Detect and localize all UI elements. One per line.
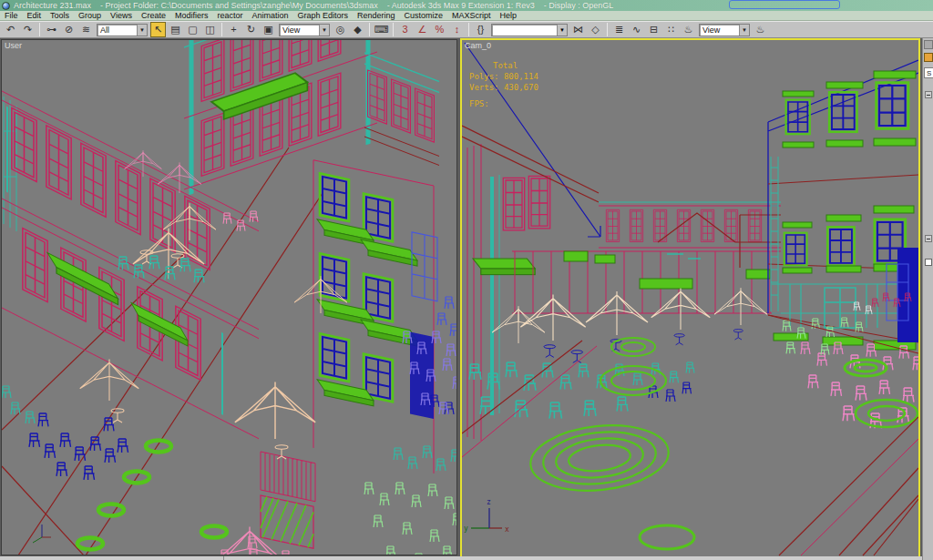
create-geometry-button-partial[interactable] <box>924 53 933 62</box>
select-and-rotate-icon[interactable]: ↻ <box>243 22 259 37</box>
menu-reactor[interactable]: reactor <box>212 11 247 21</box>
render-scene-icon[interactable]: ♨ <box>681 22 696 37</box>
select-and-link-icon[interactable]: ⊶ <box>44 22 59 37</box>
redo-icon[interactable]: ↷ <box>20 22 36 37</box>
menu-help[interactable]: Help <box>496 11 522 21</box>
stats-total: Total <box>493 60 538 71</box>
mirror-icon[interactable]: ⋈ <box>570 22 586 37</box>
viewport-user[interactable]: User <box>1 39 457 555</box>
named-selection-field[interactable]: ▼ <box>491 24 568 36</box>
stats-verts: Verts: 430,670 <box>469 82 538 93</box>
menu-edit[interactable]: Edit <box>23 11 46 21</box>
window-crossing-icon[interactable]: ◫ <box>202 22 218 37</box>
selection-filter-dropdown[interactable]: All▼ <box>97 24 148 36</box>
viewport-camera-label[interactable]: Cam_0 <box>465 41 491 50</box>
main-toolbar: ↶↷⊶⊘≋All▼↖▤▢◫+↻▣View▼◎◆⌨3∠%↕{}▼⋈◇≣∿⊟∷♨Vi… <box>0 21 933 38</box>
checkbox-partial[interactable] <box>925 259 932 266</box>
schematic-view-icon[interactable]: ⊟ <box>646 22 661 37</box>
select-and-manipulate-icon[interactable]: ◆ <box>350 22 365 37</box>
command-panel-tab-icon[interactable] <box>924 40 933 49</box>
window-title-filename: Architecture 231.max <box>14 1 91 10</box>
window-title-project: - Project Folder: C:\Documents and Setti… <box>100 1 378 10</box>
select-and-move-icon[interactable]: + <box>226 22 241 37</box>
command-panel-field-partial[interactable]: S <box>924 67 933 78</box>
quick-render-icon[interactable]: ♨ <box>753 22 768 37</box>
angle-snap-icon[interactable]: ∠ <box>415 22 430 37</box>
menu-group[interactable]: Group <box>74 11 106 21</box>
chevron-down-icon[interactable]: ▼ <box>557 25 567 36</box>
use-pivot-center-icon[interactable]: ◎ <box>333 22 348 37</box>
3dsmax-app-icon[interactable] <box>2 2 10 10</box>
render-type-dropdown-value: View <box>700 25 739 35</box>
chevron-down-icon[interactable]: ▼ <box>137 25 147 36</box>
window-titlebar: Architecture 231.max - Project Folder: C… <box>0 0 933 11</box>
menu-create[interactable]: Create <box>137 11 170 21</box>
toolbar-separator <box>221 23 222 36</box>
rect-selection-region-icon[interactable]: ▢ <box>185 22 200 37</box>
viewport-user-label[interactable]: User <box>5 41 22 50</box>
stats-fps: FPS: <box>469 98 538 109</box>
rollout-collapse-icon[interactable] <box>925 91 932 98</box>
navy-building-wireframe <box>313 160 437 474</box>
rollout-collapse-icon[interactable] <box>925 235 932 242</box>
chevron-down-icon[interactable]: ▼ <box>319 25 329 36</box>
align-icon[interactable]: ◇ <box>588 22 603 37</box>
titlebar-field <box>729 0 840 9</box>
axis-tripod <box>33 524 51 543</box>
status-bar-sliver <box>0 556 922 560</box>
viewport-area: User <box>0 38 933 560</box>
toolbar-separator <box>39 23 40 36</box>
select-object-icon[interactable]: ↖ <box>150 22 166 37</box>
unlink-selection-icon[interactable]: ⊘ <box>61 22 77 37</box>
menu-tools[interactable]: Tools <box>46 11 74 21</box>
render-type-dropdown[interactable]: View▼ <box>699 24 750 36</box>
ground-decal-rings <box>528 338 918 549</box>
snap-toggle-3d-icon[interactable]: 3 <box>397 22 413 37</box>
toolbar-separator <box>369 23 370 36</box>
edit-named-selections-icon[interactable]: {} <box>473 22 488 37</box>
right-building-wireframe <box>768 60 918 350</box>
top-building-side-wireframe <box>364 53 439 165</box>
select-by-name-icon[interactable]: ▤ <box>168 22 183 37</box>
select-and-scale-icon[interactable]: ▣ <box>261 22 276 37</box>
menu-file[interactable]: File <box>0 11 23 21</box>
layer-manager-icon[interactable]: ≣ <box>611 22 627 37</box>
bind-to-space-warp-icon[interactable]: ≋ <box>78 22 94 37</box>
street-lines <box>462 315 918 555</box>
menu-animation[interactable]: Animation <box>247 11 292 21</box>
viewport-camera[interactable]: Cam_0 Total Polys: 800,114 Verts: 430,67… <box>460 38 920 558</box>
toolbar-separator <box>393 23 394 36</box>
viewport-camera-canvas[interactable]: y z x <box>462 40 918 556</box>
axis-label-y: y <box>464 524 468 533</box>
axis-label-z: z <box>487 498 491 506</box>
menu-graph-editors[interactable]: Graph Editors <box>293 11 354 21</box>
main-menubar: FileEditToolsGroupViewsCreateModifiersre… <box>0 11 933 21</box>
menu-rendering[interactable]: Rendering <box>353 11 400 21</box>
spinner-snap-icon[interactable]: ↕ <box>449 22 465 37</box>
material-editor-icon[interactable]: ∷ <box>663 22 679 37</box>
toolbar-separator <box>607 23 608 36</box>
reference-coordinate-dropdown[interactable]: View▼ <box>279 24 330 36</box>
curve-editor-icon[interactable]: ∿ <box>629 22 644 37</box>
undo-icon[interactable]: ↶ <box>3 22 18 37</box>
stats-polys: Polys: 800,114 <box>469 71 538 82</box>
umbrellas-wireframe <box>80 150 347 555</box>
reference-coordinate-dropdown-value: View <box>280 25 319 35</box>
near-left-building-wireframe <box>462 126 599 441</box>
viewport-statistics: Total Polys: 800,114 Verts: 430,670 FPS: <box>469 60 538 109</box>
viewport-user-canvas[interactable] <box>2 40 457 555</box>
axis-tripod: y z x <box>464 498 509 534</box>
menu-modifiers[interactable]: Modifiers <box>170 11 213 21</box>
command-panel-sliver[interactable]: S <box>922 38 933 560</box>
window-title-version: - Autodesk 3ds Max 9 Extension 1: Rev3 <box>387 1 535 10</box>
toolbar-separator <box>468 23 469 36</box>
menu-views[interactable]: Views <box>106 11 137 21</box>
menu-customize[interactable]: Customize <box>400 11 448 21</box>
keyboard-override-icon[interactable]: ⌨ <box>374 22 389 37</box>
selection-filter-dropdown-value: All <box>97 25 137 35</box>
menu-maxscript[interactable]: MAXScript <box>447 11 496 21</box>
percent-snap-icon[interactable]: % <box>432 22 447 37</box>
window-title-display: - Display : OpenGL <box>544 1 614 10</box>
chevron-down-icon[interactable]: ▼ <box>739 25 749 36</box>
railing-wireframe <box>261 452 315 549</box>
